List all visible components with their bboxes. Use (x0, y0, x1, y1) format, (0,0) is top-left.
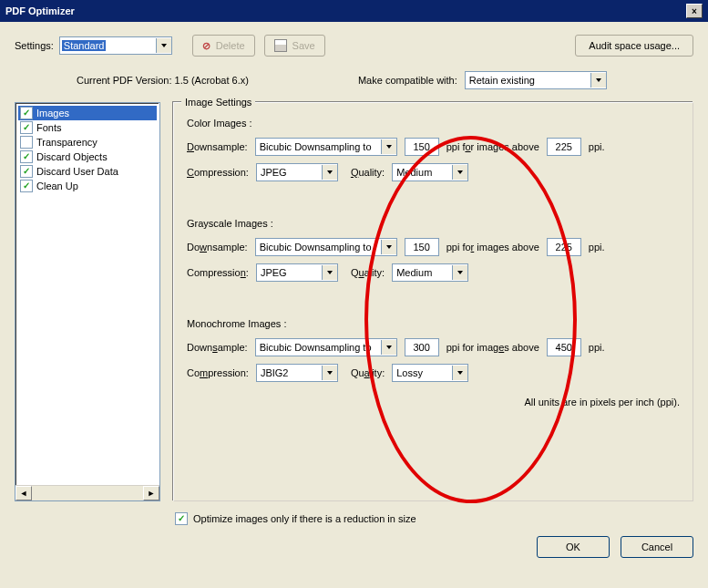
sidebar-item-images[interactable]: ✓ Images (18, 106, 157, 120)
checkbox[interactable]: ✓ (20, 165, 33, 178)
checkbox[interactable] (20, 136, 33, 149)
ppi-for-label: ppi for images above (446, 141, 539, 152)
checkbox[interactable]: ✓ (20, 121, 33, 134)
sidebar-item-transparency[interactable]: Transparency (18, 135, 157, 150)
sidebar-item-fonts[interactable]: ✓ Fonts (18, 120, 157, 135)
compression-label: Compression: (187, 367, 249, 378)
optimize-reduction-label: Optimize images only if there is a reduc… (193, 513, 416, 524)
chevron-down-icon (322, 165, 337, 180)
chevron-down-icon (322, 366, 337, 380)
chevron-down-icon (452, 366, 467, 380)
quality-label: Quality: (351, 267, 385, 278)
chevron-down-icon (590, 73, 606, 88)
settings-label: Settings: (15, 40, 54, 51)
svg-marker-3 (327, 170, 333, 174)
cancel-button[interactable]: Cancel (621, 536, 693, 558)
titlebar: PDF Optimizer × (0, 0, 708, 22)
gray-compression-combo[interactable]: JPEG (256, 263, 338, 282)
ppi-unit: ppi. (589, 342, 605, 353)
chevron-down-icon (322, 265, 337, 280)
make-compat-label: Make compatible with: (358, 75, 457, 86)
save-icon (274, 39, 287, 52)
quality-label: Quality: (351, 167, 385, 178)
current-version-label: Current PDF Version: 1.5 (Acrobat 6.x) (77, 75, 249, 86)
downsample-label: Downsample: (187, 242, 248, 253)
category-list[interactable]: ✓ Images ✓ Fonts Transparency ✓ Discard … (15, 102, 160, 501)
compression-label: Compression: (187, 167, 249, 178)
svg-marker-0 (161, 44, 167, 47)
gray-images-title: Grayscale Images : (187, 218, 680, 229)
color-images-title: Color Images : (187, 118, 680, 129)
mono-ppi-input[interactable] (405, 338, 439, 356)
optimize-reduction-checkbox[interactable]: ✓ (175, 512, 188, 525)
svg-marker-5 (386, 245, 392, 249)
svg-marker-1 (596, 78, 601, 82)
mono-images-title: Monochrome Images : (187, 318, 680, 329)
sidebar-item-discard-user-data[interactable]: ✓ Discard User Data (18, 164, 157, 179)
scroll-left-icon[interactable]: ◄ (15, 486, 32, 500)
chevron-down-icon (381, 139, 396, 154)
compression-label: Compression: (187, 267, 249, 278)
scrollbar[interactable]: ◄ ► (15, 485, 159, 500)
ok-button[interactable]: OK (537, 536, 610, 558)
svg-marker-10 (457, 371, 463, 375)
checkbox[interactable]: ✓ (20, 180, 33, 192)
close-button[interactable]: × (686, 4, 703, 18)
fieldset-legend: Image Settings (181, 97, 255, 108)
settings-combo[interactable]: Standard (59, 36, 172, 55)
units-note: All units are in pixels per inch (ppi). (187, 397, 680, 407)
svg-marker-2 (386, 145, 392, 149)
mono-compression-combo[interactable]: JBIG2 (256, 364, 338, 382)
image-settings-group: Image Settings Color Images : Downsample… (173, 102, 693, 501)
gray-above-input[interactable] (547, 238, 581, 256)
color-above-input[interactable] (547, 138, 581, 156)
delete-button: ⊘ Delete (192, 35, 255, 57)
downsample-label: Downsample: (187, 342, 248, 353)
mono-downsample-combo[interactable]: Bicubic Downsampling to (255, 338, 397, 356)
make-compat-combo[interactable]: Retain existing (465, 71, 607, 89)
save-button: Save (264, 35, 325, 57)
gray-ppi-input[interactable] (405, 238, 439, 256)
checkbox[interactable]: ✓ (20, 150, 33, 163)
chevron-down-icon (156, 38, 171, 53)
chevron-down-icon (381, 340, 396, 355)
svg-marker-4 (457, 170, 463, 174)
color-quality-combo[interactable]: Medium (392, 163, 468, 181)
gray-downsample-combo[interactable]: Bicubic Downsampling to (255, 238, 397, 256)
ppi-for-label: ppi for images above (446, 342, 539, 353)
audit-button[interactable]: Audit space usage... (575, 35, 693, 57)
chevron-down-icon (452, 265, 467, 280)
gray-quality-combo[interactable]: Medium (392, 263, 468, 282)
color-compression-combo[interactable]: JPEG (256, 163, 338, 181)
chevron-down-icon (452, 165, 467, 180)
svg-marker-7 (457, 271, 463, 274)
ppi-unit: ppi. (589, 141, 605, 152)
color-downsample-combo[interactable]: Bicubic Downsampling to (255, 138, 397, 156)
svg-marker-8 (386, 346, 392, 349)
color-ppi-input[interactable] (405, 138, 439, 156)
svg-marker-6 (327, 271, 333, 274)
checkbox[interactable]: ✓ (20, 107, 33, 119)
mono-quality-combo[interactable]: Lossy (392, 364, 468, 382)
quality-label: Quality: (351, 367, 385, 378)
downsample-label: Downsample: (187, 141, 248, 152)
scroll-right-icon[interactable]: ► (143, 486, 159, 500)
chevron-down-icon (381, 240, 396, 254)
ppi-for-label: ppi for images above (446, 242, 539, 253)
mono-above-input[interactable] (547, 338, 581, 356)
window-title: PDF Optimizer (5, 5, 75, 16)
sidebar-item-clean-up[interactable]: ✓ Clean Up (18, 179, 157, 193)
delete-icon: ⊘ (202, 40, 210, 52)
sidebar-item-discard-objects[interactable]: ✓ Discard Objects (18, 150, 157, 164)
ppi-unit: ppi. (589, 242, 605, 253)
svg-marker-9 (327, 371, 333, 375)
